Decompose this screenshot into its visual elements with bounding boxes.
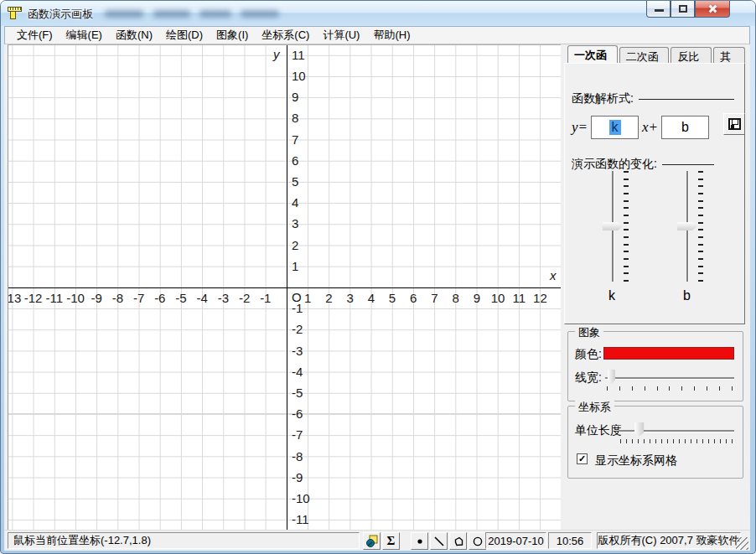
- image-tool-button[interactable]: [363, 532, 381, 550]
- polygon-tool-button[interactable]: [449, 532, 467, 550]
- linewidth-slider-track[interactable]: [605, 377, 734, 379]
- color-label: 颜色:: [575, 347, 602, 362]
- line-tool-button[interactable]: [430, 532, 448, 550]
- maximize-button[interactable]: [671, 1, 695, 18]
- x-tick-label: 7: [431, 291, 438, 305]
- x-tick-label: 12: [533, 291, 547, 305]
- x-tick-label: -10: [66, 291, 85, 305]
- y-tick-label: -3: [292, 344, 303, 358]
- resize-grip[interactable]: [736, 537, 748, 550]
- sigma-tool-button[interactable]: Σ: [382, 532, 400, 550]
- b-slider-ticks: [698, 171, 703, 282]
- mouse-position-panel: 鼠标当前位置坐标(-12.7,1.8): [8, 532, 360, 549]
- x-tick-label: 2: [325, 291, 332, 305]
- menu-item[interactable]: 坐标系(C): [255, 26, 316, 44]
- menu-item[interactable]: 计算(U): [316, 26, 366, 44]
- y-tick-label: 3: [292, 216, 298, 230]
- unit-slider-thumb[interactable]: [634, 422, 644, 437]
- point-tool-button[interactable]: [411, 532, 428, 550]
- formula-row: y= k x+ b: [572, 116, 712, 139]
- b-slider[interactable]: [676, 171, 708, 282]
- x-tick-label: -13: [8, 291, 21, 305]
- polygon-tool-icon: [453, 536, 464, 547]
- b-slider-thumb[interactable]: [677, 222, 697, 230]
- copyright-panel: 版权所有(C) 2007,7 致豪软件: [597, 532, 741, 549]
- ellipse-tool-button[interactable]: [469, 532, 486, 550]
- x-tick-label: 10: [491, 291, 505, 305]
- date-text: 2019-07-10: [488, 535, 544, 547]
- coordinate-system-group: 坐标系 单位长度 ✓ 显示坐标系网格: [567, 406, 743, 479]
- x-axis: [8, 287, 561, 288]
- redacted-smudge: [105, 10, 143, 18]
- x-tick-label: 6: [410, 291, 417, 305]
- coord-group-title: 坐标系: [575, 400, 614, 415]
- b-slider-label: b: [683, 288, 691, 303]
- x-tick-label: -7: [133, 291, 144, 305]
- linewidth-slider-thumb[interactable]: [608, 370, 615, 384]
- y-tick-label: -9: [292, 470, 303, 484]
- x-tick-label: -1: [260, 291, 271, 305]
- y-tick-label: 4: [292, 195, 298, 210]
- save-button[interactable]: [723, 113, 745, 135]
- x-tick-label: -11: [46, 291, 64, 305]
- y-tick-label: 9: [292, 90, 298, 104]
- x-tick-label: -2: [239, 291, 250, 305]
- y-tick-label: 6: [292, 153, 298, 168]
- x-tick-label: 1: [304, 291, 311, 305]
- menu-item[interactable]: 编辑(E): [60, 26, 109, 44]
- k-input-value: k: [609, 120, 621, 135]
- y-tick-label: 7: [292, 132, 298, 147]
- point-tool-icon: [414, 536, 426, 547]
- minimize-button[interactable]: [646, 1, 671, 18]
- function-tabs: 一次函数二次函数反比例其它: [567, 45, 747, 63]
- linewidth-slider-ticks: [607, 386, 733, 391]
- b-input[interactable]: b: [661, 116, 709, 139]
- tab-反比例[interactable]: 反比例: [671, 47, 712, 63]
- menu-item[interactable]: 帮助(H): [366, 26, 417, 44]
- menu-item[interactable]: 文件(F): [10, 26, 60, 44]
- coordinate-plane[interactable]: y x O -13-12-11-10-9-8-7-6-5-4-3-2-11234…: [8, 44, 561, 530]
- title-bar: 函数演示画板: [1, 1, 755, 26]
- image-tool-icon: [365, 535, 379, 548]
- status-bar: 鼠标当前位置坐标(-12.7,1.8) Σ 2019-07-10 10:56 版…: [4, 530, 750, 551]
- time-panel: 10:56: [548, 532, 592, 549]
- y-tick-label: -1: [292, 301, 303, 315]
- y-axis-label: y: [273, 47, 280, 61]
- k-input[interactable]: k: [591, 116, 639, 139]
- menu-item[interactable]: 图象(I): [210, 26, 255, 44]
- sigma-tool-icon: Σ: [387, 534, 396, 548]
- x-tick-label: -4: [197, 291, 208, 305]
- x-tick-label: 9: [474, 291, 480, 305]
- x-tick-label: -3: [218, 291, 229, 305]
- k-slider-thumb[interactable]: [603, 222, 623, 230]
- unit-length-label: 单位长度: [575, 423, 622, 438]
- x-tick-label: -12: [24, 291, 43, 305]
- app-window: 函数演示画板 文件(F)编辑(E)函数(N)绘图(D)图象(I)坐标系(C)计算…: [0, 0, 756, 554]
- b-input-value: b: [681, 120, 689, 135]
- k-slider[interactable]: [602, 171, 634, 282]
- y-tick-label: 1: [292, 259, 298, 273]
- menu-item[interactable]: 绘图(D): [159, 26, 210, 44]
- tab-其它[interactable]: 其它: [713, 47, 745, 63]
- right-panel: 一次函数二次函数反比例其它 函数解析式: y= k x+ b: [561, 44, 747, 530]
- floppy-disk-icon: [728, 118, 741, 130]
- date-panel: 2019-07-10: [485, 532, 546, 549]
- tab-一次函数[interactable]: 一次函数: [567, 45, 618, 63]
- y-tick-label: -11: [292, 512, 309, 526]
- y-tick-label: -8: [292, 449, 303, 463]
- unit-slider-ticks: [620, 439, 733, 443]
- x-tick-label: -8: [112, 291, 123, 305]
- mouse-position-text: 鼠标当前位置坐标(-12.7,1.8): [13, 533, 151, 548]
- line-color-swatch[interactable]: [603, 347, 734, 360]
- x-plus-label: x+: [642, 119, 658, 136]
- show-grid-checkbox[interactable]: ✓: [577, 453, 588, 464]
- menu-item[interactable]: 函数(N): [109, 26, 159, 44]
- ellipse-tool-icon: [472, 536, 484, 547]
- tab-二次函数[interactable]: 二次函数: [619, 47, 670, 63]
- graph-group-title: 图象: [575, 325, 603, 340]
- y-tick-label: 8: [292, 111, 298, 125]
- close-button[interactable]: [695, 1, 730, 18]
- y-tick-label: 10: [292, 69, 306, 83]
- copyright-text: 版权所有(C) 2007,7 致豪软件: [598, 533, 739, 548]
- ruler-app-icon: [8, 6, 23, 20]
